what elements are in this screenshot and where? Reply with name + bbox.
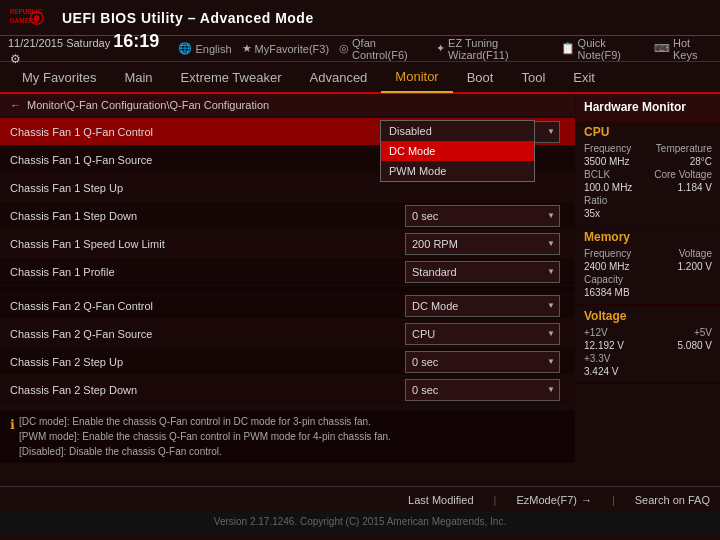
hw-cpu-ratio-value: 35x (584, 208, 600, 219)
info-line-2: [PWM mode]: Enable the chassis Q-Fan con… (19, 429, 391, 444)
hw-mem-volt-value: 1.200 V (678, 261, 712, 272)
dropdown-chassis-fan2-step-up[interactable]: 0 sec (405, 351, 560, 373)
hw-voltage-title: Voltage (584, 309, 712, 323)
note-icon: 📋 (561, 42, 575, 55)
star-icon: ★ (242, 42, 252, 55)
hw-v5-label: +5V (694, 327, 712, 338)
settings-list: Chassis Fan 1 Q-Fan Control DC Mode Disa… (0, 116, 575, 406)
hw-cpu-freq-val-row: 3500 MHz 28°C (584, 156, 712, 167)
nav-item-main[interactable]: Main (110, 61, 166, 93)
hw-cpu-bclk-label: BCLK (584, 169, 610, 180)
setting-row-chassis-fan2-step-up[interactable]: Chassis Fan 2 Step Up 0 sec (0, 348, 575, 376)
hw-cpu-ratio-label: Ratio (584, 195, 607, 206)
hw-mem-cap-value: 16384 MB (584, 287, 630, 298)
popup-item-disabled[interactable]: Disabled (381, 121, 534, 141)
dropdown-chassis-fan2-qfan-source[interactable]: CPU (405, 323, 560, 345)
footer: Version 2.17.1246. Copyright (C) 2015 Am… (0, 512, 720, 534)
dropdown-chassis-fan1-profile[interactable]: Standard (405, 261, 560, 283)
setting-row-chassis-fan2-step-down[interactable]: Chassis Fan 2 Step Down 0 sec (0, 376, 575, 404)
popup-item-pwm-mode[interactable]: PWM Mode (381, 161, 534, 181)
status-divider-2: | (612, 494, 615, 506)
info-icon: ℹ (10, 415, 15, 435)
last-modified-label: Last Modified (408, 494, 473, 506)
time-display: 16:19 (113, 31, 159, 51)
nav-item-tool[interactable]: Tool (507, 61, 559, 93)
setting-row-chassis-fan1-speed-low-limit[interactable]: Chassis Fan 1 Speed Low Limit 200 RPM (0, 230, 575, 258)
svg-point-4 (34, 15, 39, 20)
toolbar-row: 11/21/2015 Saturday 16:19 ⚙ 🌐 English ★ … (0, 36, 720, 62)
info-line-3: [Disabled]: Disable the chassis Q-Fan co… (19, 444, 391, 459)
hw-memory-section: Memory Frequency Voltage 2400 MHz 1.200 … (576, 226, 720, 305)
setting-label: Chassis Fan 1 Q-Fan Source (10, 154, 405, 166)
hw-mem-freq-value: 2400 MHz (584, 261, 630, 272)
hw-mem-freq-label: Frequency (584, 248, 631, 259)
eztuning-button[interactable]: ✦ EZ Tuning Wizard(F11) (436, 37, 551, 61)
setting-row-chassis-fan1-profile[interactable]: Chassis Fan 1 Profile Standard (0, 258, 575, 286)
hw-v12-label: +12V (584, 327, 608, 338)
setting-label: Chassis Fan 1 Step Down (10, 210, 405, 222)
setting-row-chassis-fan2-qfan-control[interactable]: Chassis Fan 2 Q-Fan Control DC Mode (0, 292, 575, 320)
nav-item-myfavorites[interactable]: My Favorites (8, 61, 110, 93)
arrow-icon: → (581, 494, 592, 506)
hotkeys-button[interactable]: ⌨ Hot Keys (654, 37, 712, 61)
dropdown-chassis-fan1-speed-low-limit[interactable]: 200 RPM (405, 233, 560, 255)
setting-value: 200 RPM (405, 233, 565, 255)
hw-cpu-bclk-row: BCLK Core Voltage (584, 169, 712, 180)
setting-value: 0 sec (405, 379, 565, 401)
hw-v33-value: 3.424 V (584, 366, 618, 377)
hw-monitor-title: Hardware Monitor (576, 94, 720, 121)
setting-value: 0 sec (405, 351, 565, 373)
ez-mode-button[interactable]: EzMode(F7) → (516, 494, 592, 506)
nav-item-exit[interactable]: Exit (559, 61, 609, 93)
day-display: Saturday (66, 37, 110, 49)
hw-v33-label: +3.3V (584, 353, 610, 364)
popup-item-dc-mode[interactable]: DC Mode (381, 141, 534, 161)
setting-label: Chassis Fan 2 Step Up (10, 356, 405, 368)
hw-v5-value: 5.080 V (678, 340, 712, 351)
nav-item-advanced[interactable]: Advanced (296, 61, 382, 93)
bios-title: UEFI BIOS Utility – Advanced Mode (62, 10, 314, 26)
last-modified-item: Last Modified (408, 494, 473, 506)
hw-mem-freq-row: Frequency Voltage (584, 248, 712, 259)
nav-item-monitor[interactable]: Monitor (381, 61, 452, 93)
nav-item-boot[interactable]: Boot (453, 61, 508, 93)
hw-memory-title: Memory (584, 230, 712, 244)
globe-icon: 🌐 (178, 42, 192, 55)
dropdown-chassis-fan2-step-down[interactable]: 0 sec (405, 379, 560, 401)
setting-row-chassis-fan2-qfan-source[interactable]: Chassis Fan 2 Q-Fan Source CPU (0, 320, 575, 348)
search-faq-button[interactable]: Search on FAQ (635, 494, 710, 506)
hw-cpu-freq-row: Frequency Temperature (584, 143, 712, 154)
nav-item-extreme-tweaker[interactable]: Extreme Tweaker (167, 61, 296, 93)
hw-cpu-ratio-val-row: 35x (584, 208, 712, 219)
hw-volt-12-val-row: 12.192 V 5.080 V (584, 340, 712, 351)
setting-label: Chassis Fan 2 Step Down (10, 384, 405, 396)
hw-cpu-title: CPU (584, 125, 712, 139)
left-panel: ← Monitor\Q-Fan Configuration\Q-Fan Conf… (0, 94, 575, 486)
dropdown-chassis-fan1-step-down[interactable]: 0 sec (405, 205, 560, 227)
quicknote-button[interactable]: 📋 Quick Note(F9) (561, 37, 644, 61)
ez-mode-label: EzMode(F7) (516, 494, 577, 506)
setting-label: Chassis Fan 2 Q-Fan Source (10, 328, 405, 340)
language-selector[interactable]: 🌐 English (178, 42, 231, 55)
dropdown-popup: Disabled DC Mode PWM Mode (380, 120, 535, 182)
main-content: ← Monitor\Q-Fan Configuration\Q-Fan Conf… (0, 94, 720, 486)
hw-cpu-temp-value: 28°C (690, 156, 712, 167)
dropdown-chassis-fan2-qfan-control[interactable]: DC Mode (405, 295, 560, 317)
wand-icon: ✦ (436, 42, 445, 55)
setting-row-chassis-fan1-step-down[interactable]: Chassis Fan 1 Step Down 0 sec (0, 202, 575, 230)
hw-mem-freq-val-row: 2400 MHz 1.200 V (584, 261, 712, 272)
hw-volt-33-row: +3.3V (584, 353, 712, 364)
status-divider-1: | (494, 494, 497, 506)
setting-label: Chassis Fan 1 Step Up (10, 182, 405, 194)
hw-cpu-corevolt-value: 1.184 V (678, 182, 712, 193)
myfavorites-button[interactable]: ★ MyFavorite(F3) (242, 42, 330, 55)
date-display: 11/21/2015 (8, 37, 63, 49)
hw-cpu-section: CPU Frequency Temperature 3500 MHz 28°C … (576, 121, 720, 226)
setting-label: Chassis Fan 1 Profile (10, 266, 405, 278)
qfan-button[interactable]: ◎ Qfan Control(F6) (339, 37, 426, 61)
nav-menu: My Favorites Main Extreme Tweaker Advanc… (0, 62, 720, 94)
hw-volt-33-val-row: 3.424 V (584, 366, 712, 377)
back-arrow-icon[interactable]: ← (10, 99, 21, 111)
hw-cpu-corevolt-label: Core Voltage (654, 169, 712, 180)
fan-icon: ◎ (339, 42, 349, 55)
